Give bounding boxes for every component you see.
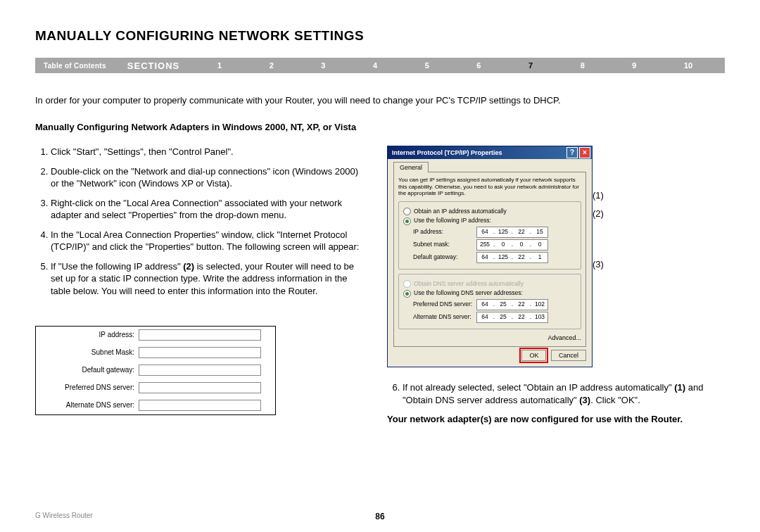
- page-number: 86: [375, 512, 384, 521]
- ip-address-input[interactable]: 64.125.22.15: [476, 227, 548, 238]
- step-3: Right-click on the "Local Area Connectio…: [51, 197, 366, 222]
- preferred-dns-input[interactable]: 64.25.22.102: [476, 299, 548, 310]
- section-7[interactable]: 7: [528, 61, 533, 70]
- config-complete-note: Your network adapter(s) are now configur…: [387, 413, 725, 426]
- ip-address-field[interactable]: [139, 329, 261, 341]
- steps-list-continued: If not already selected, select "Obtain …: [387, 381, 725, 406]
- section-9[interactable]: 9: [632, 61, 636, 70]
- dialog-title: Internet Protocol (TCP/IP) Properties: [392, 148, 502, 157]
- step-4: In the "Local Area Connection Properties…: [51, 229, 366, 253]
- product-name: G Wireless Router: [35, 512, 93, 519]
- preferred-dns-field[interactable]: [139, 382, 261, 393]
- use-following-ip-radio[interactable]: [403, 217, 411, 225]
- subnet-mask-field[interactable]: [139, 347, 261, 358]
- ip-address-label: IP address:: [36, 330, 139, 340]
- subnet-mask-input[interactable]: 255.0.0.0: [476, 239, 548, 251]
- advanced-button[interactable]: Advanced...: [547, 334, 581, 341]
- section-6[interactable]: 6: [476, 61, 481, 70]
- section-numbers: 1 2 3 4 5 6 7 8 9 10: [194, 61, 716, 70]
- dialog-description: You can get IP settings assigned automat…: [398, 177, 581, 197]
- obtain-ip-auto-radio[interactable]: [403, 208, 411, 215]
- section-4[interactable]: 4: [373, 61, 377, 70]
- page-title: MANUALLY CONFIGURING NETWORK SETTINGS: [35, 28, 725, 44]
- section-navbar: Table of Contents SECTIONS 1 2 3 4 5 6 7…: [35, 58, 725, 73]
- callout-3: (3): [593, 258, 604, 271]
- subnet-mask-label: Subnet Mask:: [36, 348, 139, 357]
- cancel-button[interactable]: Cancel: [551, 350, 586, 361]
- steps-list: Click "Start", "Settings", then "Control…: [35, 146, 366, 297]
- alternate-dns-field[interactable]: [139, 400, 261, 411]
- step-1: Click "Start", "Settings", then "Control…: [51, 146, 366, 158]
- ip-entry-table: IP address: Subnet Mask: Default gateway…: [35, 326, 276, 415]
- page-footer: G Wireless Router 86: [35, 512, 725, 519]
- default-gateway-label: Default gateway:: [36, 365, 139, 375]
- section-1[interactable]: 1: [217, 61, 222, 70]
- section-8[interactable]: 8: [581, 61, 585, 70]
- alternate-dns-input[interactable]: 64.25.22.103: [476, 312, 548, 323]
- section-2[interactable]: 2: [270, 61, 274, 70]
- callout-1: (1): [593, 189, 604, 202]
- step-5: If "Use the following IP address" (2) is…: [51, 260, 366, 298]
- default-gateway-input[interactable]: 64.125.22.1: [476, 252, 548, 263]
- alternate-dns-label: Alternate DNS server:: [36, 400, 139, 410]
- section-5[interactable]: 5: [425, 61, 429, 70]
- help-icon[interactable]: ?: [566, 147, 578, 158]
- section-10[interactable]: 10: [684, 61, 692, 70]
- close-icon[interactable]: ×: [579, 147, 590, 158]
- step-6: If not already selected, select "Obtain …: [403, 381, 725, 406]
- callout-2: (2): [593, 208, 604, 220]
- general-tab[interactable]: General: [393, 162, 429, 172]
- dialog-titlebar: Internet Protocol (TCP/IP) Properties ? …: [388, 146, 592, 159]
- section-3[interactable]: 3: [321, 61, 325, 70]
- intro-text: In order for your computer to properly c…: [35, 94, 725, 107]
- step-2: Double-click on the "Network and dial-up…: [51, 165, 366, 190]
- tcpip-properties-dialog: Internet Protocol (TCP/IP) Properties ? …: [387, 146, 593, 367]
- sections-label: SECTIONS: [127, 61, 179, 71]
- subheader: Manually Configuring Network Adapters in…: [35, 121, 725, 134]
- ok-button[interactable]: OK: [521, 350, 546, 361]
- obtain-dns-auto-radio[interactable]: [403, 280, 411, 288]
- toc-link[interactable]: Table of Contents: [44, 62, 106, 70]
- default-gateway-field[interactable]: [139, 365, 261, 376]
- use-following-dns-radio[interactable]: [403, 290, 411, 298]
- preferred-dns-label: Preferred DNS server:: [36, 383, 139, 393]
